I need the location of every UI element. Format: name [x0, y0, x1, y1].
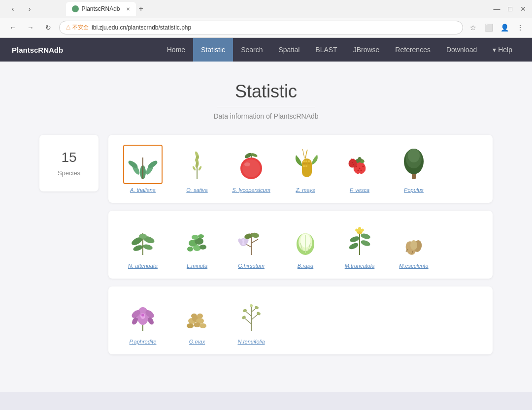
species-item-brapa[interactable]: B.rapa	[286, 221, 325, 269]
species-img-zmays	[288, 147, 323, 182]
svg-point-14	[242, 159, 260, 177]
species-card-row3: P.aphrodite	[108, 286, 493, 354]
browser-back-btn[interactable]: ‹	[6, 2, 20, 16]
species-item-zmays[interactable]: Z. mays	[286, 145, 325, 193]
page-wrapper: PlantscRNAdb Home Statistic Search Spati…	[0, 38, 532, 392]
nav-item-blast[interactable]: BLAST	[307, 38, 345, 62]
profile-btn[interactable]: 👤	[499, 22, 510, 33]
bookmark-btn[interactable]: ☆	[467, 22, 479, 33]
species-img-wrap-osativa	[177, 145, 217, 184]
species-item-lminuta[interactable]: L.minuta	[177, 221, 217, 269]
nav-items: Home Statistic Search Spatial BLAST JBro…	[159, 38, 520, 62]
species-item-slycopersicum[interactable]: S. lycopersicum	[232, 145, 271, 193]
svg-point-52	[200, 245, 206, 250]
species-panels: A. thaliana	[108, 135, 493, 354]
svg-rect-27	[305, 165, 307, 167]
browser-forward-btn[interactable]: ›	[23, 2, 36, 16]
species-item-gmax[interactable]: G.max	[177, 296, 217, 345]
url-text: ibi.zju.edu.cn/plantscrndb/statistic.php	[92, 24, 191, 31]
svg-rect-24	[305, 163, 307, 164]
svg-point-35	[358, 157, 362, 162]
site-nav: PlantscRNAdb Home Statistic Search Spati…	[0, 38, 532, 62]
species-item-athaliana[interactable]: A. thaliana	[123, 145, 163, 193]
species-name-fvesca: F. vesca	[350, 187, 369, 193]
nav-item-statistic[interactable]: Statistic	[193, 38, 233, 62]
reload-btn[interactable]: ↻	[41, 21, 55, 34]
page-divider	[217, 107, 315, 107]
tab-close-btn[interactable]: ✕	[126, 6, 130, 12]
species-item-fvesca[interactable]: F. vesca	[340, 145, 379, 193]
species-img-wrap-slycopersicum	[232, 145, 271, 184]
svg-point-45	[133, 244, 143, 252]
species-item-nattenuata[interactable]: N. attenuata	[123, 221, 163, 269]
species-img-osativa	[179, 147, 215, 182]
species-name-lminuta: L.minuta	[187, 263, 207, 269]
species-name-paphrodite: P.aphrodite	[130, 339, 157, 345]
svg-point-31	[358, 170, 359, 171]
nav-item-spatial[interactable]: Spatial	[270, 38, 307, 62]
species-row-3: P.aphrodite	[123, 296, 478, 345]
svg-point-98	[191, 314, 197, 318]
extension-btn[interactable]: ⬜	[483, 22, 495, 33]
content-area: 15 Species	[39, 135, 493, 354]
back-btn[interactable]: ←	[6, 21, 20, 34]
species-item-mesculenta[interactable]: M.esculenta	[394, 221, 433, 269]
nav-item-jbrowse[interactable]: JBrowse	[345, 38, 388, 62]
species-img-slycopersicum	[233, 147, 269, 182]
species-name-gmax: G.max	[189, 339, 205, 345]
svg-point-96	[194, 322, 200, 327]
species-name-athaliana: A. thaliana	[130, 187, 156, 193]
browser-tab[interactable]: PlantscRNAdb ✕	[66, 2, 136, 16]
species-name-populus: Populus	[404, 187, 424, 193]
svg-point-90	[141, 314, 144, 316]
svg-point-54	[198, 234, 204, 238]
species-img-brapa	[288, 222, 323, 258]
nav-item-references[interactable]: References	[387, 38, 438, 62]
svg-line-103	[245, 311, 251, 316]
species-card-row2: N. attenuata	[108, 211, 493, 279]
nav-item-download[interactable]: Download	[438, 38, 485, 62]
species-img-wrap-zmays	[286, 145, 325, 184]
svg-point-37	[353, 164, 354, 165]
species-img-populus	[396, 147, 432, 182]
species-item-populus[interactable]: Populus	[394, 145, 433, 193]
maximize-btn[interactable]: □	[508, 5, 512, 13]
tab-favicon	[72, 5, 79, 12]
species-img-mesculenta	[396, 222, 432, 258]
minimize-btn[interactable]: —	[494, 5, 500, 13]
nav-item-help[interactable]: ▾ Help	[485, 38, 520, 62]
svg-rect-25	[308, 163, 310, 164]
menu-btn[interactable]: ⋮	[514, 22, 526, 33]
species-card-row1: A. thaliana	[108, 135, 493, 203]
species-img-wrap-fvesca	[340, 145, 379, 184]
svg-rect-26	[303, 165, 305, 167]
svg-point-30	[363, 166, 364, 167]
species-name-zmays: Z. mays	[296, 187, 315, 193]
svg-point-41	[408, 149, 420, 162]
close-btn[interactable]: ✕	[520, 5, 526, 13]
forward-btn[interactable]: →	[24, 21, 37, 34]
species-name-ntenuifolia: N.tenuifolia	[237, 339, 265, 345]
nav-item-home[interactable]: Home	[159, 38, 193, 62]
species-img-athaliana	[125, 147, 161, 182]
svg-point-97	[200, 323, 206, 328]
new-tab-btn[interactable]: +	[139, 4, 143, 13]
nav-item-search[interactable]: Search	[233, 38, 270, 62]
browser-toolbar: ← → ↻ △ 不安全 ibi.zju.edu.cn/plantscrndb/s…	[0, 18, 532, 37]
species-item-paphrodite[interactable]: P.aphrodite	[123, 296, 163, 345]
species-img-mtruncatula	[342, 222, 377, 258]
species-img-wrap-populus	[394, 145, 433, 184]
address-bar[interactable]: △ 不安全 ibi.zju.edu.cn/plantscrndb/statist…	[59, 21, 463, 34]
svg-rect-22	[308, 160, 310, 162]
species-img-wrap-mesculenta	[394, 221, 433, 260]
species-item-ntenuifolia[interactable]: N.tenuifolia	[232, 296, 271, 345]
svg-point-53	[192, 235, 199, 240]
svg-rect-20	[303, 160, 305, 162]
svg-point-71	[348, 242, 359, 251]
window-controls: — □ ✕	[494, 5, 526, 13]
species-item-ghirsutum[interactable]: G.hirsutum	[232, 221, 271, 269]
species-name-nattenuata: N. attenuata	[128, 263, 158, 269]
browser-frame: ‹ › PlantscRNAdb ✕ + — □ ✕ ← → ↻ △ 不安全 i…	[0, 0, 532, 38]
species-item-osativa[interactable]: O. sativa	[177, 145, 217, 193]
species-item-mtruncatula[interactable]: M.truncatula	[340, 221, 379, 269]
